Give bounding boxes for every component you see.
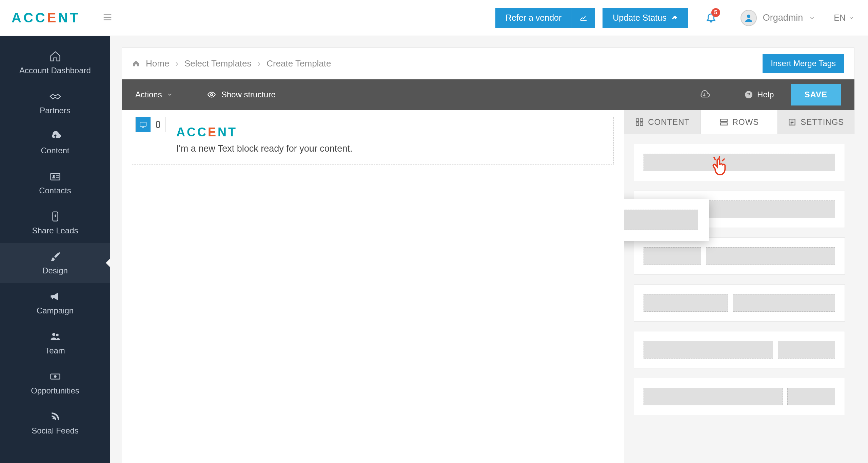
show-structure-label: Show structure [221, 90, 276, 99]
svg-point-0 [747, 15, 750, 18]
home-icon [49, 50, 61, 62]
help-icon: ? [744, 90, 753, 99]
cloud-sync-button[interactable] [698, 79, 727, 110]
tab-label: SETTINGS [801, 117, 844, 127]
content-logo: ACCENT [176, 125, 603, 139]
mobile-view-button[interactable] [151, 117, 165, 132]
panel-tabs: CONTENT ROWS SETTINGS [624, 110, 854, 134]
user-icon [744, 13, 754, 23]
canvas-content-block[interactable]: ACCENT I'm a new Text block ready for yo… [132, 117, 614, 165]
language-selector[interactable]: EN [834, 13, 854, 23]
row-layout-2col-75-25[interactable] [634, 378, 845, 415]
tab-label: CONTENT [648, 117, 690, 127]
sidebar-label: Social Feeds [32, 426, 79, 436]
tab-rows[interactable]: ROWS [701, 110, 777, 134]
desktop-icon [139, 120, 147, 129]
rows-icon [719, 118, 728, 127]
svg-rect-16 [636, 123, 639, 126]
placeholder-text-block[interactable]: I'm a new Text block ready for your cont… [176, 143, 603, 154]
help-button[interactable]: ? Help [744, 90, 774, 99]
chevron-down-icon [167, 92, 173, 98]
refer-vendor-button[interactable]: Refer a vendor [495, 8, 572, 28]
row-layout-2col-44-56[interactable] [634, 284, 845, 322]
update-status-button[interactable]: Update Status [603, 8, 688, 28]
sidebar-item-contacts[interactable]: Contacts [0, 163, 110, 203]
chevron-down-icon [809, 15, 815, 21]
sidebar-label: Share Leads [32, 226, 78, 235]
breadcrumb-home[interactable]: Home [146, 58, 169, 69]
svg-rect-17 [640, 123, 643, 126]
svg-text:?: ? [747, 92, 750, 97]
cloud-icon [698, 89, 710, 100]
canvas-area[interactable]: ACCENT I'm a new Text block ready for yo… [122, 110, 624, 463]
hamburger-icon[interactable] [102, 12, 113, 24]
brush-icon [49, 250, 61, 263]
grid-icon [635, 118, 644, 127]
sidebar-item-campaign[interactable]: Campaign [0, 283, 110, 323]
svg-point-8 [210, 94, 213, 96]
editor-toolbar: Actions Show structure ? Help SAVE [122, 79, 854, 110]
cloud-upload-icon [49, 130, 61, 142]
sidebar-item-content[interactable]: Content [0, 123, 110, 163]
actions-dropdown[interactable]: Actions [135, 79, 190, 110]
row-drag-ghost [624, 199, 709, 241]
sidebar-item-team[interactable]: Team [0, 323, 110, 363]
sidebar-label: Partners [40, 106, 71, 115]
share-leads-icon [49, 210, 61, 223]
sidebar-item-share-leads[interactable]: Share Leads [0, 203, 110, 243]
row-layout-2col-wide-narrow[interactable] [634, 331, 845, 368]
update-status-label: Update Status [613, 13, 666, 23]
sidebar-item-account-dashboard[interactable]: Account Dashboard [0, 43, 110, 83]
notifications-button[interactable]: 5 [705, 12, 717, 24]
sidebar-label: Account Dashboard [19, 66, 91, 75]
svg-rect-14 [636, 119, 639, 121]
handshake-icon [49, 90, 61, 102]
chart-icon [579, 14, 588, 22]
home-icon [132, 60, 140, 67]
svg-point-5 [56, 334, 59, 336]
sidebar-item-design[interactable]: Design [0, 243, 110, 283]
svg-point-4 [52, 333, 55, 336]
row-layout-1col[interactable] [634, 144, 845, 181]
sidebar-label: Opportunities [31, 386, 79, 396]
users-icon [49, 330, 61, 343]
mobile-icon [154, 120, 162, 129]
right-panel: CONTENT ROWS SETTINGS [624, 110, 854, 463]
svg-rect-19 [721, 123, 727, 125]
tab-settings[interactable]: SETTINGS [778, 110, 854, 134]
id-card-icon [49, 170, 61, 182]
sidebar-item-opportunities[interactable]: Opportunities [0, 363, 110, 403]
tab-label: ROWS [732, 117, 759, 127]
breadcrumb-select-templates[interactable]: Select Templates [184, 58, 252, 69]
svg-rect-1 [51, 173, 60, 180]
device-toggle [135, 117, 166, 132]
user-menu[interactable]: Orgadmin [741, 10, 815, 26]
notification-badge: 5 [711, 8, 720, 17]
sidebar: Account Dashboard Partners Content Conta… [0, 36, 110, 463]
insert-merge-tags-button[interactable]: Insert Merge Tags [763, 54, 844, 73]
user-name-label: Orgadmin [763, 13, 803, 23]
refer-vendor-chart-button[interactable] [572, 8, 595, 28]
share-arrow-icon [671, 14, 678, 22]
sidebar-item-partners[interactable]: Partners [0, 83, 110, 123]
svg-rect-15 [640, 119, 643, 121]
breadcrumb-bar: Home › Select Templates › Create Templat… [122, 47, 854, 79]
money-icon [49, 370, 61, 383]
row-layout-2col-equal[interactable] [634, 237, 845, 275]
settings-icon [788, 118, 796, 127]
sidebar-label: Team [45, 346, 65, 355]
save-button[interactable]: SAVE [791, 84, 841, 105]
chevron-down-icon [848, 15, 854, 21]
show-structure-toggle[interactable]: Show structure [207, 90, 276, 99]
language-label: EN [834, 13, 846, 23]
editor-body: ACCENT I'm a new Text block ready for yo… [122, 110, 854, 463]
svg-point-13 [158, 126, 158, 127]
sidebar-item-social-feeds[interactable]: Social Feeds [0, 403, 110, 443]
avatar [741, 10, 757, 26]
sidebar-label: Design [42, 266, 68, 275]
tab-content[interactable]: CONTENT [624, 110, 701, 134]
sidebar-label: Content [41, 146, 69, 155]
breadcrumb: Home › Select Templates › Create Templat… [132, 58, 331, 69]
main-area: Home › Select Templates › Create Templat… [110, 36, 868, 463]
desktop-view-button[interactable] [136, 117, 151, 132]
